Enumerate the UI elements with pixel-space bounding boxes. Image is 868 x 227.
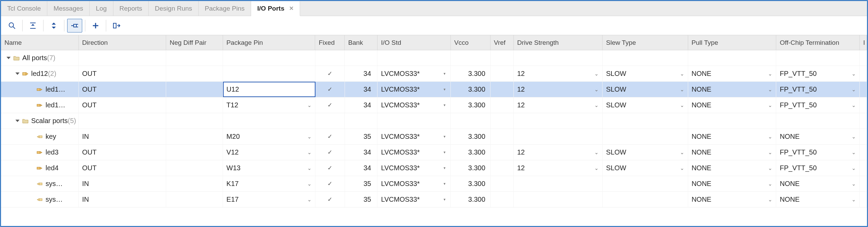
pull-type-cell[interactable]: NONE⌄ xyxy=(688,129,777,144)
io-std-cell[interactable]: LVCMOS33*▾ xyxy=(377,176,451,191)
expand-icon[interactable] xyxy=(15,72,20,75)
pull-type-cell[interactable]: NONE⌄ xyxy=(688,176,777,191)
off-chip-cell[interactable]: FP_VTT_50⌄ xyxy=(776,82,860,97)
expand-icon[interactable] xyxy=(15,120,20,122)
off-chip-cell[interactable]: NONE⌄ xyxy=(776,129,860,144)
io-std-cell[interactable]: LVCMOS33*▾ xyxy=(377,192,451,207)
chevron-down-icon[interactable]: ▾ xyxy=(444,197,447,202)
tab-tcl-console[interactable]: Tcl Console xyxy=(1,1,47,16)
chevron-down-icon[interactable]: ⌄ xyxy=(768,181,772,187)
drive-strength-cell[interactable]: 12⌄ xyxy=(514,145,603,160)
group-row[interactable]: led12 (2)OUT✓34LVCMOS33*▾3.30012⌄SLOW⌄NO… xyxy=(1,66,867,82)
col-slew-type[interactable]: Slew Type xyxy=(603,35,688,50)
chevron-down-icon[interactable]: ⌄ xyxy=(768,165,772,171)
slew-type-cell[interactable] xyxy=(603,176,688,191)
chevron-down-icon[interactable]: ⌄ xyxy=(852,102,856,108)
chevron-down-icon[interactable]: ⌄ xyxy=(768,86,772,93)
tab-design-runs[interactable]: Design Runs xyxy=(149,1,199,16)
col-vref[interactable]: Vref xyxy=(491,35,514,50)
col-neg-diff-pair[interactable]: Neg Diff Pair xyxy=(166,35,223,50)
chevron-down-icon[interactable]: ⌄ xyxy=(307,134,312,140)
table-row[interactable]: sys…INE17⌄✓35LVCMOS33*▾3.300NONE⌄NONE⌄ xyxy=(1,192,867,208)
col-drive-strength[interactable]: Drive Strength xyxy=(514,35,603,50)
off-chip-cell[interactable]: NONE⌄ xyxy=(776,176,860,191)
schematic-button[interactable] xyxy=(67,19,82,32)
chevron-down-icon[interactable]: ⌄ xyxy=(852,197,856,203)
chevron-down-icon[interactable]: ⌄ xyxy=(307,181,312,187)
chevron-down-icon[interactable]: ⌄ xyxy=(852,71,856,77)
drive-strength-cell[interactable] xyxy=(514,192,603,207)
io-std-cell[interactable]: LVCMOS33*▾ xyxy=(377,145,451,160)
pull-type-cell[interactable]: NONE⌄ xyxy=(688,82,777,97)
chevron-down-icon[interactable]: ⌄ xyxy=(680,165,684,171)
slew-type-cell[interactable]: SLOW⌄ xyxy=(603,145,688,160)
slew-type-cell[interactable]: SLOW⌄ xyxy=(603,160,688,176)
col-io-std[interactable]: I/O Std xyxy=(377,35,451,50)
chevron-down-icon[interactable]: ▾ xyxy=(444,103,447,107)
chevron-down-icon[interactable]: ▾ xyxy=(444,182,447,186)
col-extra[interactable]: I xyxy=(860,35,867,50)
drive-strength-cell[interactable] xyxy=(514,176,603,191)
chevron-down-icon[interactable]: ⌄ xyxy=(594,86,599,93)
io-std-cell[interactable]: LVCMOS33*▾ xyxy=(377,82,451,97)
close-icon[interactable]: ✕ xyxy=(289,5,294,12)
package-pin-cell[interactable]: W13⌄ xyxy=(223,160,315,176)
off-chip-cell[interactable]: NONE⌄ xyxy=(776,192,860,207)
chevron-down-icon[interactable]: ▾ xyxy=(444,87,447,92)
slew-type-cell[interactable]: SLOW⌄ xyxy=(603,82,688,97)
slew-type-cell[interactable] xyxy=(603,192,688,207)
chevron-down-icon[interactable]: ⌄ xyxy=(768,134,772,140)
drive-strength-cell[interactable]: 12⌄ xyxy=(514,160,603,176)
chevron-down-icon[interactable]: ⌄ xyxy=(307,102,312,108)
chevron-down-icon[interactable]: ⌄ xyxy=(852,181,856,187)
package-pin-cell[interactable]: E17⌄ xyxy=(223,192,315,207)
chevron-down-icon[interactable]: ⌄ xyxy=(680,71,684,77)
table-row[interactable]: led4OUTW13⌄✓34LVCMOS33*▾3.30012⌄SLOW⌄NON… xyxy=(1,160,867,176)
chevron-down-icon[interactable]: ▾ xyxy=(444,166,447,170)
chevron-down-icon[interactable]: ⌄ xyxy=(852,165,856,171)
chevron-down-icon[interactable]: ▾ xyxy=(444,150,447,155)
off-chip-cell[interactable]: FP_VTT_50⌄ xyxy=(776,145,860,160)
chevron-down-icon[interactable]: ⌄ xyxy=(768,149,772,156)
expand-icon[interactable] xyxy=(7,57,11,59)
pull-type-cell[interactable]: NONE⌄ xyxy=(688,145,777,160)
chevron-down-icon[interactable]: ⌄ xyxy=(680,102,684,108)
table-row[interactable]: led1…OUTT12⌄✓34LVCMOS33*▾3.30012⌄SLOW⌄NO… xyxy=(1,97,867,113)
table-row[interactable]: sys…INK17⌄✓35LVCMOS33*▾3.300NONE⌄NONE⌄ xyxy=(1,176,867,192)
col-fixed[interactable]: Fixed xyxy=(315,35,345,50)
chevron-down-icon[interactable]: ⌄ xyxy=(852,86,856,93)
col-package-pin[interactable]: Package Pin xyxy=(223,35,315,50)
chevron-down-icon[interactable]: ▾ xyxy=(444,134,447,139)
package-pin-cell[interactable]: T12⌄ xyxy=(223,97,315,113)
col-bank[interactable]: Bank xyxy=(345,35,377,50)
off-chip-cell[interactable]: FP_VTT_50⌄ xyxy=(776,97,860,113)
col-direction[interactable]: Direction xyxy=(79,35,166,50)
col-off-chip-termination[interactable]: Off-Chip Termination xyxy=(776,35,860,50)
drive-strength-cell[interactable] xyxy=(514,129,603,144)
chevron-down-icon[interactable]: ⌄ xyxy=(594,102,599,108)
package-pin-cell[interactable]: K17⌄ xyxy=(223,176,315,191)
tab-reports[interactable]: Reports xyxy=(113,1,149,16)
tree-root-row[interactable]: All ports (7) xyxy=(1,50,867,66)
chevron-down-icon[interactable]: ⌄ xyxy=(768,197,772,203)
io-std-cell[interactable]: LVCMOS33*▾ xyxy=(377,129,451,144)
expand-all-button[interactable] xyxy=(46,19,61,32)
chevron-down-icon[interactable]: ⌄ xyxy=(852,134,856,140)
pull-type-cell[interactable]: NONE⌄ xyxy=(688,97,777,113)
drive-strength-cell[interactable]: 12⌄ xyxy=(514,97,603,113)
chevron-down-icon[interactable]: ⌄ xyxy=(594,165,599,171)
tab-i-o-ports[interactable]: I/O Ports✕ xyxy=(251,1,300,16)
package-pin-cell[interactable]: U12 xyxy=(223,82,315,97)
drive-strength-cell[interactable]: 12⌄ xyxy=(514,82,603,97)
col-vcco[interactable]: Vcco xyxy=(451,35,491,50)
chevron-down-icon[interactable]: ⌄ xyxy=(307,149,312,156)
off-chip-cell[interactable]: FP_VTT_50⌄ xyxy=(776,160,860,176)
collapse-all-button[interactable] xyxy=(25,19,40,32)
io-std-cell[interactable]: LVCMOS33*▾ xyxy=(377,160,451,176)
package-pin-cell[interactable]: V12⌄ xyxy=(223,145,315,160)
chevron-down-icon[interactable]: ▾ xyxy=(444,71,447,76)
chevron-down-icon[interactable]: ⌄ xyxy=(594,149,599,156)
chevron-down-icon[interactable]: ⌄ xyxy=(768,71,772,77)
add-button[interactable] xyxy=(88,19,103,32)
io-std-cell[interactable]: LVCMOS33*▾ xyxy=(377,97,451,113)
